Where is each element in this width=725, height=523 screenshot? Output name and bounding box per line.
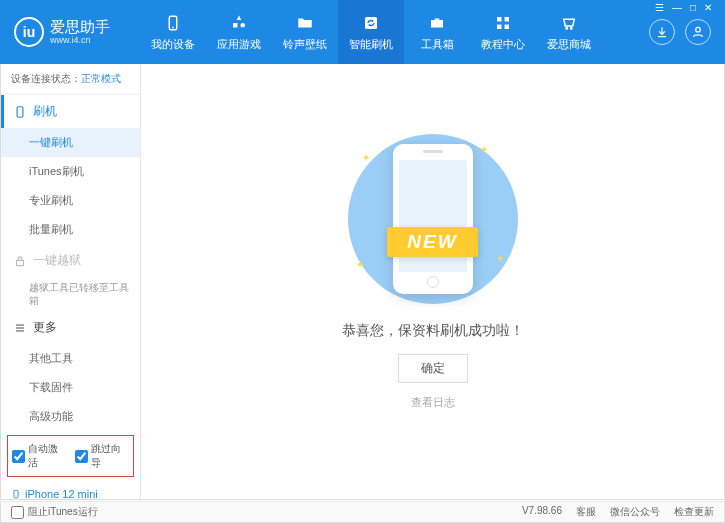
svg-point-3 <box>241 23 246 28</box>
section-flash[interactable]: 刷机 <box>1 95 140 128</box>
flash-options: 自动激活 跳过向导 <box>7 435 134 477</box>
sidebar-item-batch-flash[interactable]: 批量刷机 <box>1 215 140 244</box>
new-ribbon: NEW <box>387 227 477 257</box>
sidebar-item-advanced[interactable]: 高级功能 <box>1 402 140 431</box>
close-icon[interactable]: ✕ <box>701 2 715 13</box>
sidebar: 设备连接状态：正常模式 刷机 一键刷机 iTunes刷机 专业刷机 批量刷机 一… <box>1 64 141 499</box>
apps-icon <box>229 13 249 33</box>
svg-rect-4 <box>365 17 377 29</box>
skip-guide-checkbox[interactable]: 跳过向导 <box>75 442 130 470</box>
sidebar-item-pro-flash[interactable]: 专业刷机 <box>1 186 140 215</box>
nav-tutorials[interactable]: 教程中心 <box>470 0 536 64</box>
download-button[interactable] <box>649 19 675 45</box>
sidebar-item-other-tools[interactable]: 其他工具 <box>1 344 140 373</box>
section-jailbreak: 一键越狱 <box>1 244 140 277</box>
main-content: ✦✦✦✦ NEW 恭喜您，保资料刷机成功啦！ 确定 查看日志 <box>141 64 724 499</box>
ok-button[interactable]: 确定 <box>398 354 468 383</box>
footer: 阻止iTunes运行 V7.98.66 客服 微信公众号 检查更新 <box>0 501 725 523</box>
app-site: www.i4.cn <box>50 35 110 45</box>
menu-icon[interactable]: ☰ <box>652 2 667 13</box>
maximize-icon[interactable]: □ <box>687 2 699 13</box>
nav-toolbox[interactable]: 工具箱 <box>404 0 470 64</box>
folder-icon <box>295 13 315 33</box>
section-more[interactable]: 更多 <box>1 311 140 344</box>
svg-rect-6 <box>505 17 510 22</box>
svg-rect-7 <box>497 24 502 29</box>
logo-icon: iu <box>14 17 44 47</box>
sidebar-item-itunes-flash[interactable]: iTunes刷机 <box>1 157 140 186</box>
phone-icon <box>163 13 183 33</box>
svg-rect-8 <box>505 24 510 29</box>
view-log-link[interactable]: 查看日志 <box>411 395 455 410</box>
logo: iu 爱思助手 www.i4.cn <box>0 17 140 47</box>
header: iu 爱思助手 www.i4.cn 我的设备 应用游戏 铃声壁纸 智能刷机 工具… <box>0 0 725 64</box>
success-illustration: ✦✦✦✦ NEW <box>348 134 518 304</box>
svg-point-11 <box>696 27 701 32</box>
svg-rect-13 <box>17 260 24 265</box>
window-controls: ☰ — □ ✕ <box>648 0 719 15</box>
header-actions <box>635 19 725 45</box>
wechat-link[interactable]: 微信公众号 <box>610 505 660 519</box>
app-name: 爱思助手 <box>50 19 110 36</box>
device-name: iPhone 12 mini <box>11 487 130 499</box>
svg-rect-17 <box>14 490 18 498</box>
nav-my-device[interactable]: 我的设备 <box>140 0 206 64</box>
connection-status: 设备连接状态：正常模式 <box>1 64 140 95</box>
grid-icon <box>493 13 513 33</box>
svg-rect-2 <box>233 23 238 28</box>
nav-ringtones[interactable]: 铃声壁纸 <box>272 0 338 64</box>
check-update-link[interactable]: 检查更新 <box>674 505 714 519</box>
list-icon <box>13 321 27 335</box>
main-nav: 我的设备 应用游戏 铃声壁纸 智能刷机 工具箱 教程中心 爱思商城 <box>140 0 635 64</box>
svg-rect-5 <box>497 17 502 22</box>
sidebar-item-download-firmware[interactable]: 下载固件 <box>1 373 140 402</box>
nav-store[interactable]: 爱思商城 <box>536 0 602 64</box>
lock-icon <box>13 254 27 268</box>
svg-point-9 <box>566 27 568 29</box>
nav-apps[interactable]: 应用游戏 <box>206 0 272 64</box>
jailbreak-note: 越狱工具已转移至工具箱 <box>29 281 130 307</box>
version-label: V7.98.66 <box>522 505 562 519</box>
flash-icon <box>13 105 27 119</box>
nav-flash[interactable]: 智能刷机 <box>338 0 404 64</box>
refresh-icon <box>361 13 381 33</box>
cart-icon <box>559 13 579 33</box>
minimize-icon[interactable]: — <box>669 2 685 13</box>
device-card[interactable]: iPhone 12 mini 64GB Down-12mini-13,1 <box>1 481 140 499</box>
auto-activate-checkbox[interactable]: 自动激活 <box>12 442 67 470</box>
success-message: 恭喜您，保资料刷机成功啦！ <box>342 322 524 340</box>
svg-point-10 <box>571 27 573 29</box>
svg-rect-12 <box>17 106 23 117</box>
toolbox-icon <box>427 13 447 33</box>
block-itunes-checkbox[interactable]: 阻止iTunes运行 <box>11 505 98 519</box>
customer-service-link[interactable]: 客服 <box>576 505 596 519</box>
device-icon <box>11 487 21 499</box>
sidebar-item-oneclick-flash[interactable]: 一键刷机 <box>1 128 140 157</box>
user-button[interactable] <box>685 19 711 45</box>
